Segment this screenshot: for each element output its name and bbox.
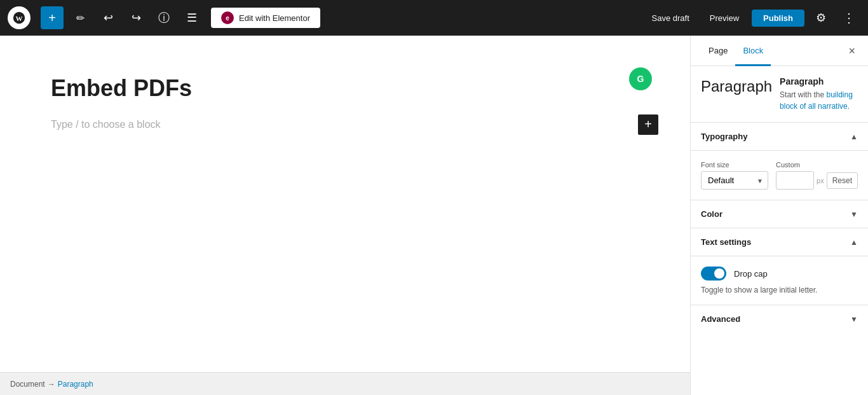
- redo-button[interactable]: ↪: [125, 6, 147, 29]
- add-block-toolbar-button[interactable]: +: [41, 6, 64, 29]
- font-size-select-wrapper: Default Small Medium Large Extra Large ▼: [701, 171, 768, 190]
- font-size-row: Font size Default Small Medium Large Ext…: [701, 161, 858, 190]
- paragraph-desc-start: Start with the: [780, 90, 826, 99]
- post-title[interactable]: Embed PDFs: [51, 74, 639, 104]
- tab-block[interactable]: Block: [735, 36, 771, 66]
- edit-elementor-label: Edit with Elementor: [239, 13, 310, 23]
- toggle-slider: [701, 267, 726, 281]
- font-size-select[interactable]: Default Small Medium Large Extra Large: [701, 171, 768, 190]
- panel-close-button[interactable]: ×: [846, 43, 858, 59]
- main-area: G Embed PDFs Type / to choose a block + …: [0, 36, 868, 395]
- undo-icon: ↩: [104, 11, 113, 25]
- status-bar: Document → Paragraph: [0, 372, 690, 395]
- wp-logo[interactable]: W: [8, 6, 31, 29]
- custom-group: Custom px Reset: [776, 161, 858, 190]
- grammarly-icon: G: [629, 67, 652, 90]
- undo-button[interactable]: ↩: [97, 6, 119, 29]
- more-icon: ⋮: [843, 10, 855, 25]
- typography-section-body: Font size Default Small Medium Large Ext…: [691, 151, 868, 200]
- drop-cap-desc: Toggle to show a large initial letter.: [701, 286, 858, 295]
- editor-area: G Embed PDFs Type / to choose a block + …: [0, 36, 690, 395]
- add-block-inline-button[interactable]: +: [638, 114, 658, 135]
- typography-chevron-up-icon: ▲: [850, 132, 858, 141]
- block-placeholder[interactable]: Type / to choose a block: [51, 119, 161, 130]
- pencil-icon: ✏: [76, 12, 85, 24]
- save-draft-button[interactable]: Save draft: [644, 10, 697, 27]
- redo-icon: ↪: [132, 11, 141, 25]
- editor-content: G Embed PDFs Type / to choose a block +: [0, 36, 690, 372]
- paragraph-desc-end: .: [848, 102, 850, 111]
- settings-button[interactable]: ⚙: [810, 6, 832, 29]
- breadcrumb-document[interactable]: Document: [10, 380, 45, 389]
- svg-text:W: W: [16, 15, 23, 22]
- gear-icon: ⚙: [816, 11, 826, 25]
- reset-button[interactable]: Reset: [827, 172, 858, 189]
- list-button[interactable]: ☰: [180, 6, 203, 29]
- preview-button[interactable]: Preview: [702, 10, 747, 27]
- right-panel: Page Block × Paragraph Paragraph Start w…: [690, 36, 868, 395]
- list-icon: ☰: [187, 11, 197, 25]
- drop-cap-row: Drop cap: [701, 267, 858, 281]
- typography-label: Typography: [701, 132, 747, 141]
- typography-section-header[interactable]: Typography ▲: [691, 123, 868, 151]
- advanced-label: Advanced: [701, 314, 740, 324]
- custom-label: Custom: [776, 161, 858, 169]
- text-settings-body: Drop cap Toggle to show a large initial …: [691, 256, 868, 305]
- elementor-logo-icon: e: [221, 11, 234, 24]
- paragraph-info: Paragraph Start with the building block …: [780, 76, 858, 112]
- panel-tabs: Page Block ×: [691, 36, 868, 66]
- color-section-header[interactable]: Color ▼: [691, 200, 868, 228]
- paragraph-title: Paragraph: [780, 76, 858, 87]
- edit-elementor-button[interactable]: e Edit with Elementor: [211, 8, 320, 28]
- close-icon: ×: [848, 45, 855, 57]
- text-settings-label: Text settings: [701, 237, 751, 247]
- font-size-group: Font size Default Small Medium Large Ext…: [701, 161, 768, 190]
- custom-size-input[interactable]: [776, 171, 814, 190]
- paragraph-section: Paragraph Paragraph Start with the build…: [691, 66, 868, 123]
- color-chevron-down-icon: ▼: [850, 210, 858, 219]
- pencil-icon-button[interactable]: ✏: [69, 6, 92, 29]
- drop-cap-label: Drop cap: [734, 269, 768, 279]
- info-button[interactable]: ⓘ: [153, 6, 175, 29]
- text-settings-chevron-up-icon: ▲: [850, 238, 858, 247]
- font-size-label: Font size: [701, 161, 768, 169]
- px-unit: px: [817, 177, 824, 184]
- breadcrumb-paragraph[interactable]: Paragraph: [58, 380, 93, 389]
- text-settings-section-header[interactable]: Text settings ▲: [691, 228, 868, 256]
- custom-input-row: px Reset: [776, 171, 858, 190]
- paragraph-desc: Start with the building block of all nar…: [780, 89, 858, 112]
- color-label: Color: [701, 209, 722, 219]
- advanced-section-header[interactable]: Advanced ▼: [691, 305, 868, 333]
- main-toolbar: W + ✏ ↩ ↪ ⓘ ☰ e Edit with Elementor Save…: [0, 0, 868, 36]
- drop-cap-toggle[interactable]: [701, 267, 726, 281]
- breadcrumb-separator: →: [48, 380, 55, 389]
- publish-button[interactable]: Publish: [752, 10, 804, 27]
- info-icon: ⓘ: [158, 10, 170, 25]
- more-options-button[interactable]: ⋮: [837, 6, 860, 29]
- paragraph-icon: Paragraph: [701, 78, 772, 95]
- tab-page[interactable]: Page: [701, 36, 735, 66]
- advanced-chevron-down-icon: ▼: [850, 315, 858, 324]
